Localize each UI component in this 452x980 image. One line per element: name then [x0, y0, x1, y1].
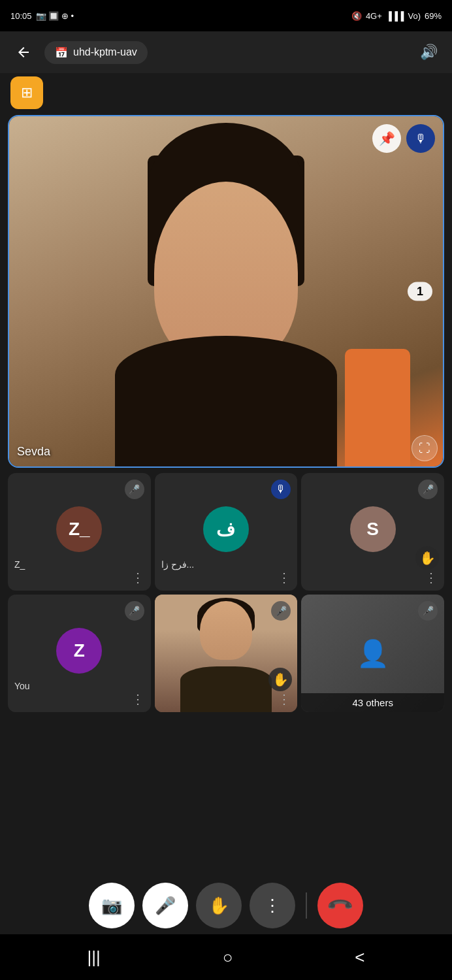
- lte-icon: Vo): [408, 11, 421, 21]
- participant-tile-s: 🎤 S ✋ ⋮: [301, 473, 444, 591]
- nav-back-button[interactable]: |||: [87, 947, 100, 968]
- mute-icon-p1: 🎤: [125, 480, 144, 499]
- main-video-bg: [9, 116, 443, 466]
- pin-button[interactable]: 📌: [372, 124, 401, 153]
- avatar-p4: Z: [56, 628, 102, 674]
- meeting-code: uhd-kptm-uav: [73, 46, 137, 58]
- volume-button[interactable]: 🔊: [415, 39, 442, 65]
- avatar-p3: S: [350, 506, 396, 552]
- meet-app-icon: ⊞: [10, 76, 43, 109]
- top-bar: 📅 uhd-kptm-uav 🔊: [0, 31, 452, 73]
- more-p2[interactable]: ⋮: [278, 570, 291, 585]
- meeting-code-container[interactable]: 📅 uhd-kptm-uav: [44, 41, 148, 64]
- mute-icon-others: 🎤: [418, 601, 438, 621]
- status-notification-icons: 📷 🔲 ⊕ •: [36, 11, 74, 21]
- video-body: [180, 666, 272, 712]
- nav-bar: ||| ○ <: [0, 934, 452, 980]
- participant-tile-farah: 🎙 ف فرح زا... ⋮: [155, 473, 298, 591]
- network-icon: 4G+: [366, 11, 382, 21]
- more-p1[interactable]: ⋮: [131, 570, 144, 585]
- audio-indicator: 🎙: [406, 124, 435, 153]
- back-button[interactable]: [10, 39, 37, 65]
- avatar-p2: ف: [203, 506, 249, 552]
- more-p3[interactable]: ⋮: [425, 570, 438, 585]
- others-label: 43 others: [301, 693, 444, 712]
- raise-hand-button[interactable]: ✋: [196, 883, 242, 928]
- mute-status-icon: 🔇: [351, 11, 362, 21]
- presenter-body: [115, 336, 337, 466]
- video-off-icon: 📷: [101, 896, 122, 916]
- status-right-icons: 🔇 4G+ ▐▐▐ Vo) 69%: [351, 11, 442, 21]
- audio-active-icon-p2: 🎙: [271, 480, 291, 499]
- end-call-button[interactable]: 📞: [317, 883, 363, 928]
- more-p5[interactable]: ⋮: [278, 691, 291, 707]
- mute-button[interactable]: 🎤: [142, 883, 188, 928]
- bottom-controls: 📷 🎤 ✋ ⋮ 📞: [0, 877, 452, 934]
- more-options-button[interactable]: ⋮: [250, 883, 295, 928]
- mute-icon-p3: 🎤: [418, 480, 438, 499]
- status-time: 10:05: [10, 11, 32, 21]
- more-p4[interactable]: ⋮: [131, 691, 144, 707]
- avatar-p1: Z_: [56, 506, 102, 552]
- nav-recents-button[interactable]: <: [355, 947, 364, 968]
- participant-badge: 1: [408, 282, 432, 301]
- nav-home-button[interactable]: ○: [223, 947, 233, 968]
- name-p2: فرح زا...: [161, 559, 195, 570]
- video-toggle-button[interactable]: 📷: [89, 883, 135, 928]
- participant-tile-others[interactable]: 👤 🎤 43 others: [301, 595, 444, 712]
- participant-tile-video: 🎤 ✋ ⋮: [155, 595, 298, 712]
- participant-tile-z: 🎤 Z_ Z_ ⋮: [8, 473, 151, 591]
- video-overlay-controls: 📌 🎙: [372, 124, 435, 153]
- raise-hand-icon: ✋: [208, 896, 229, 916]
- more-options-icon: ⋮: [264, 896, 281, 916]
- orange-jacket: [345, 349, 410, 466]
- name-p4: You: [14, 681, 30, 691]
- participant-tile-you: 🎤 Z You ⋮: [8, 595, 151, 712]
- presenter-name-label: Sevda: [17, 445, 50, 459]
- main-video-container: 📌 🎙 1 Sevda ⛶: [8, 115, 444, 468]
- status-bar: 10:05 📷 🔲 ⊕ • 🔇 4G+ ▐▐▐ Vo) 69%: [0, 0, 452, 31]
- controls-separator: [306, 892, 307, 919]
- participants-grid: 🎤 Z_ Z_ ⋮ 🎙 ف فرح زا... ⋮ 🎤 S ✋ ⋮ 🎤 Z Yo…: [8, 473, 444, 712]
- top-bar-left: 📅 uhd-kptm-uav: [10, 39, 148, 65]
- end-call-icon: 📞: [326, 891, 355, 921]
- mic-off-icon: 🎤: [155, 896, 176, 916]
- name-p1: Z_: [14, 559, 25, 570]
- calendar-icon: 📅: [55, 46, 68, 59]
- raise-hand-p3: ✋: [415, 546, 439, 570]
- expand-button[interactable]: ⛶: [412, 435, 438, 461]
- signal-icon: ▐▐▐: [386, 11, 404, 21]
- mute-icon-p4: 🎤: [125, 601, 144, 621]
- status-left: 10:05 📷 🔲 ⊕ •: [10, 11, 74, 21]
- video-face: [200, 601, 252, 660]
- app-icon-row: ⊞: [0, 73, 452, 112]
- battery-icon: 69%: [425, 11, 442, 21]
- audio-waves-icon: 🎙: [415, 132, 427, 146]
